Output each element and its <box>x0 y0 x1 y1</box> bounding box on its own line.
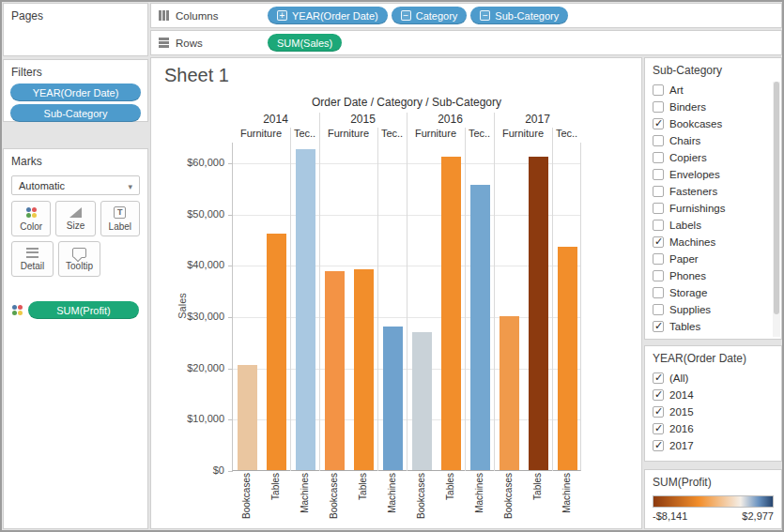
check-label: Art <box>669 84 684 96</box>
subcategory-item-machines[interactable]: Machines <box>647 234 779 251</box>
marks-button-tooltip[interactable]: Tooltip <box>58 241 100 277</box>
rows-shelf[interactable]: Rows SUM(Sales) <box>150 30 782 55</box>
subcategory-item-chairs[interactable]: Chairs <box>647 132 779 149</box>
chevron-down-icon <box>128 180 132 191</box>
year-item-2015[interactable]: 2015 <box>647 403 779 420</box>
filter-pill-sub-category[interactable]: Sub-Category <box>10 104 141 122</box>
x-label-bookcases: Bookcases <box>503 473 514 519</box>
bar-2017-tables[interactable] <box>529 157 548 470</box>
bar-2016-bookcases[interactable] <box>412 332 432 470</box>
category-header-tec: Tec.. <box>552 128 581 139</box>
columns-shelf-head: Columns <box>151 10 268 22</box>
bar-2017-machines[interactable] <box>558 247 577 470</box>
check-label: Supplies <box>669 304 711 315</box>
rows-shelf-label: Rows <box>176 38 203 49</box>
subcategory-item-bookcases[interactable]: Bookcases <box>647 115 779 132</box>
bar-2014-machines[interactable] <box>296 149 315 470</box>
scrollbar-thumb[interactable] <box>774 82 779 314</box>
subcategory-item-supplies[interactable]: Supplies <box>647 301 779 318</box>
checkbox-unchecked[interactable] <box>653 101 664 113</box>
checkbox-unchecked[interactable] <box>653 220 664 231</box>
checkbox-unchecked[interactable] <box>653 304 664 315</box>
pill-label: SUM(Profit) <box>56 305 110 316</box>
subcategory-item-furnishings[interactable]: Furnishings <box>647 200 779 217</box>
pill-label: SUM(Sales) <box>277 38 332 49</box>
columns-pill-year-order-date[interactable]: +YEAR(Order Date) <box>268 7 388 24</box>
marks-button-size[interactable]: Size <box>55 201 95 236</box>
checkbox-unchecked[interactable] <box>653 203 664 214</box>
checkbox-checked[interactable] <box>653 236 664 248</box>
x-label-cell: Machines <box>465 473 494 529</box>
checkbox-checked[interactable] <box>653 440 664 451</box>
columns-pill-sub-category[interactable]: −Sub-Category <box>470 7 568 24</box>
x-label-cell: Machines <box>552 473 581 529</box>
checkbox-checked[interactable] <box>653 372 664 384</box>
subcategory-item-envelopes[interactable]: Envelopes <box>647 166 779 183</box>
subcategory-item-copiers[interactable]: Copiers <box>647 149 779 166</box>
year-item-2014[interactable]: 2014 <box>647 387 779 403</box>
collapse-icon[interactable]: − <box>401 10 411 21</box>
scrollbar-track[interactable] <box>773 82 780 337</box>
subcategory-item-paper[interactable]: Paper <box>647 251 779 267</box>
checkbox-checked[interactable] <box>653 321 664 332</box>
columns-pill-category[interactable]: −Category <box>392 7 468 24</box>
pages-shelf[interactable]: Pages <box>3 3 148 56</box>
x-label-cell: Bookcases <box>232 473 261 529</box>
checkbox-unchecked[interactable] <box>653 169 664 180</box>
mark-type-value: Automatic <box>19 180 65 191</box>
expand-icon[interactable]: + <box>277 10 287 21</box>
subcategory-item-fasteners[interactable]: Fasteners <box>647 183 779 200</box>
tick-mark <box>228 215 233 216</box>
bar-2016-tables[interactable] <box>441 157 461 470</box>
bar-2016-machines[interactable] <box>470 185 490 470</box>
marks-button-color[interactable]: Color <box>11 201 51 236</box>
mark-type-dropdown[interactable]: Automatic <box>11 175 140 195</box>
year-item-2017[interactable]: 2017 <box>647 437 779 454</box>
checkbox-unchecked[interactable] <box>653 270 664 281</box>
checkbox-unchecked[interactable] <box>653 84 664 96</box>
marks-button-detail[interactable]: Detail <box>11 241 54 277</box>
subcategory-item-art[interactable]: Art <box>647 82 779 99</box>
year-item-all[interactable]: (All) <box>647 370 779 387</box>
checkbox-unchecked[interactable] <box>653 135 664 146</box>
x-label-bookcases: Bookcases <box>416 473 426 519</box>
filters-shelf[interactable]: Filters YEAR(Order Date)Sub-Category <box>3 59 148 122</box>
columns-shelf[interactable]: Columns +YEAR(Order Date)−Category−Sub-C… <box>150 3 782 28</box>
encoding-pill-sum-profit[interactable]: SUM(Profit) <box>28 301 139 319</box>
checkbox-checked[interactable] <box>653 423 664 434</box>
bar-2017-bookcases[interactable] <box>500 316 519 470</box>
subcategory-item-storage[interactable]: Storage <box>647 284 779 301</box>
bar-2014-tables[interactable] <box>267 234 286 470</box>
bar-2015-machines[interactable] <box>383 327 403 470</box>
bar-2014-bookcases[interactable] <box>238 365 257 470</box>
year-separator <box>494 113 495 471</box>
subcategory-item-binders[interactable]: Binders <box>647 99 779 115</box>
checkbox-checked[interactable] <box>653 118 664 129</box>
subcategory-item-phones[interactable]: Phones <box>647 267 779 284</box>
filter-pill-year-order-date[interactable]: YEAR(Order Date) <box>10 84 141 101</box>
subcategory-item-tables[interactable]: Tables <box>647 318 779 335</box>
chart-xlabels: BookcasesTablesMachinesBookcasesTablesMa… <box>232 473 581 529</box>
checkbox-unchecked[interactable] <box>653 152 664 163</box>
rows-shelf-pills: SUM(Sales) <box>268 34 342 52</box>
check-label: 2014 <box>669 389 694 401</box>
year-item-2016[interactable]: 2016 <box>647 420 779 437</box>
bar-2015-bookcases[interactable] <box>325 271 345 470</box>
subcategory-item-labels[interactable]: Labels <box>647 217 779 234</box>
check-label: Paper <box>669 253 699 265</box>
checkbox-checked[interactable] <box>653 406 664 418</box>
bar-2015-tables[interactable] <box>354 269 374 470</box>
x-label-machines: Machines <box>387 473 397 513</box>
tick-mark <box>228 419 233 420</box>
profit-gradient-bar[interactable] <box>653 495 774 508</box>
checkbox-unchecked[interactable] <box>653 287 664 298</box>
marks-button-label[interactable]: TLabel <box>100 201 140 236</box>
color-dots-icon <box>11 304 23 316</box>
collapse-icon[interactable]: − <box>480 10 490 21</box>
checkbox-checked[interactable] <box>653 389 664 401</box>
check-label: Bookcases <box>669 118 722 129</box>
y-tick-label: $0 <box>213 464 224 478</box>
checkbox-unchecked[interactable] <box>653 186 664 197</box>
checkbox-unchecked[interactable] <box>653 253 664 265</box>
rows-pill-sum-sales[interactable]: SUM(Sales) <box>268 34 342 52</box>
